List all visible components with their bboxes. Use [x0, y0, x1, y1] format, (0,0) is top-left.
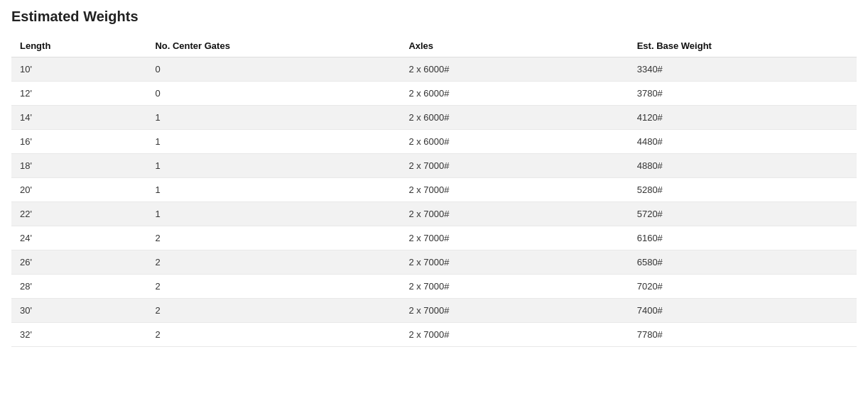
col-header-length: Length — [11, 35, 146, 57]
cell-length: 12' — [11, 82, 146, 106]
weights-table: Length No. Center Gates Axles Est. Base … — [11, 35, 857, 347]
table-row: 20'12 x 7000#5280# — [11, 178, 857, 202]
cell-axles: 2 x 6000# — [400, 57, 628, 82]
cell-length: 16' — [11, 130, 146, 154]
cell-length: 30' — [11, 299, 146, 323]
cell-length: 10' — [11, 57, 146, 82]
cell-gates: 1 — [146, 178, 400, 202]
cell-axles: 2 x 6000# — [400, 130, 628, 154]
cell-gates: 2 — [146, 226, 400, 250]
cell-weight: 7400# — [629, 299, 857, 323]
cell-weight: 6160# — [629, 226, 857, 250]
cell-axles: 2 x 7000# — [400, 250, 628, 275]
table-row: 22'12 x 7000#5720# — [11, 202, 857, 226]
cell-gates: 1 — [146, 130, 400, 154]
cell-length: 24' — [11, 226, 146, 250]
cell-gates: 2 — [146, 275, 400, 299]
table-row: 16'12 x 6000#4480# — [11, 130, 857, 154]
table-row: 12'02 x 6000#3780# — [11, 82, 857, 106]
cell-weight: 4880# — [629, 154, 857, 178]
cell-length: 20' — [11, 178, 146, 202]
cell-axles: 2 x 7000# — [400, 299, 628, 323]
table-row: 32'22 x 7000#7780# — [11, 323, 857, 347]
cell-gates: 1 — [146, 106, 400, 130]
cell-axles: 2 x 7000# — [400, 226, 628, 250]
page-title: Estimated Weights — [11, 9, 857, 25]
col-header-gates: No. Center Gates — [146, 35, 400, 57]
col-header-weight: Est. Base Weight — [629, 35, 857, 57]
cell-weight: 6580# — [629, 250, 857, 275]
cell-length: 18' — [11, 154, 146, 178]
cell-weight: 4480# — [629, 130, 857, 154]
cell-gates: 2 — [146, 250, 400, 275]
cell-weight: 3780# — [629, 82, 857, 106]
cell-gates: 2 — [146, 323, 400, 347]
cell-axles: 2 x 7000# — [400, 275, 628, 299]
cell-weight: 4120# — [629, 106, 857, 130]
cell-axles: 2 x 7000# — [400, 202, 628, 226]
col-header-axles: Axles — [400, 35, 628, 57]
cell-gates: 1 — [146, 154, 400, 178]
cell-length: 22' — [11, 202, 146, 226]
cell-weight: 3340# — [629, 57, 857, 82]
table-row: 14'12 x 6000#4120# — [11, 106, 857, 130]
cell-length: 32' — [11, 323, 146, 347]
cell-axles: 2 x 6000# — [400, 82, 628, 106]
cell-axles: 2 x 7000# — [400, 154, 628, 178]
cell-axles: 2 x 6000# — [400, 106, 628, 130]
cell-weight: 5720# — [629, 202, 857, 226]
table-row: 26'22 x 7000#6580# — [11, 250, 857, 275]
cell-weight: 7020# — [629, 275, 857, 299]
table-row: 18'12 x 7000#4880# — [11, 154, 857, 178]
cell-gates: 0 — [146, 57, 400, 82]
cell-weight: 5280# — [629, 178, 857, 202]
cell-gates: 0 — [146, 82, 400, 106]
cell-length: 14' — [11, 106, 146, 130]
cell-weight: 7780# — [629, 323, 857, 347]
cell-axles: 2 x 7000# — [400, 323, 628, 347]
table-row: 30'22 x 7000#7400# — [11, 299, 857, 323]
table-row: 28'22 x 7000#7020# — [11, 275, 857, 299]
table-header-row: Length No. Center Gates Axles Est. Base … — [11, 35, 857, 57]
cell-gates: 2 — [146, 299, 400, 323]
cell-gates: 1 — [146, 202, 400, 226]
cell-length: 26' — [11, 250, 146, 275]
cell-axles: 2 x 7000# — [400, 178, 628, 202]
cell-length: 28' — [11, 275, 146, 299]
table-row: 10'02 x 6000#3340# — [11, 57, 857, 82]
table-row: 24'22 x 7000#6160# — [11, 226, 857, 250]
